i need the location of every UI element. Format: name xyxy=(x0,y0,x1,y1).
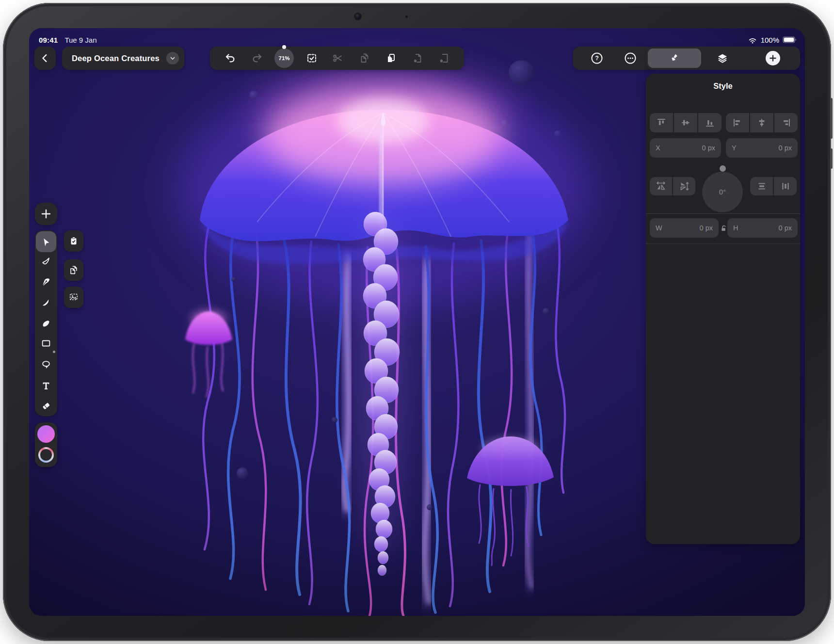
rotation-value: 0° xyxy=(719,188,726,196)
y-label: Y xyxy=(732,144,737,152)
paste-inside-button[interactable] xyxy=(435,49,452,67)
zoom-level-button[interactable]: 71% xyxy=(274,48,294,68)
text-tool[interactable] xyxy=(37,377,55,395)
redo-button[interactable] xyxy=(248,49,266,67)
flip-horizontal-button[interactable] xyxy=(650,177,672,195)
duplicate-button[interactable] xyxy=(64,259,83,281)
brush-tool[interactable] xyxy=(37,315,55,333)
edit-toolbar: 71% xyxy=(210,47,464,70)
battery-percent: 100% xyxy=(761,36,779,44)
more-options-button[interactable] xyxy=(622,49,639,67)
distribute-vertical-button[interactable] xyxy=(750,177,773,195)
height-field[interactable]: H 0 px xyxy=(727,218,798,238)
align-bottom-button[interactable] xyxy=(698,113,722,132)
status-bar: 09:41 Tue 9 Jan 100% xyxy=(29,32,805,48)
h-label: H xyxy=(733,224,738,232)
tab-style[interactable] xyxy=(648,48,701,68)
copy-button[interactable] xyxy=(356,49,373,67)
back-button[interactable] xyxy=(34,47,56,70)
pen-tool[interactable] xyxy=(37,274,55,291)
selection-tool[interactable] xyxy=(37,234,55,251)
fill-color-swatch[interactable] xyxy=(37,425,55,443)
image-select-button[interactable] xyxy=(64,287,83,308)
paste-style-button[interactable] xyxy=(409,49,426,67)
shape-tool-options-dot xyxy=(53,351,55,353)
add-object-button[interactable] xyxy=(35,203,57,225)
volume-button-2 xyxy=(830,148,833,169)
zoom-dot xyxy=(282,45,286,49)
style-panel-title: Style xyxy=(646,81,800,91)
w-value: 0 px xyxy=(700,224,713,232)
status-time: 09:41 xyxy=(39,36,58,44)
paste-button[interactable] xyxy=(382,49,400,67)
tool-rail xyxy=(35,230,57,416)
chevron-down-icon[interactable] xyxy=(166,52,179,64)
h-value: 0 px xyxy=(779,224,792,232)
distribute-group xyxy=(750,177,797,195)
help-more-pill: ? xyxy=(573,47,654,70)
document-title-pill[interactable]: Deep Ocean Creatures xyxy=(62,47,184,70)
battery-icon xyxy=(783,36,797,44)
paste-check-button[interactable] xyxy=(64,230,83,252)
screenshot: 09:41 Tue 9 Jan 100% xyxy=(0,0,834,644)
size-lock-icon[interactable] xyxy=(720,224,727,232)
width-field[interactable]: W 0 px xyxy=(650,218,719,238)
volume-button xyxy=(830,98,833,139)
x-value: 0 px xyxy=(702,144,715,152)
mic-dot xyxy=(405,16,408,18)
help-button[interactable]: ? xyxy=(588,49,606,67)
status-date: Tue 9 Jan xyxy=(64,36,96,44)
align-middle-button[interactable] xyxy=(674,113,697,132)
zoom-level: 71% xyxy=(278,55,289,61)
screen: 09:41 Tue 9 Jan 100% xyxy=(29,28,805,616)
align-top-button[interactable] xyxy=(650,113,673,132)
w-label: W xyxy=(656,224,662,232)
y-position-field[interactable]: Y 0 px xyxy=(726,138,798,158)
distribute-horizontal-button[interactable] xyxy=(774,177,797,195)
front-camera xyxy=(355,14,361,19)
flip-vertical-button[interactable] xyxy=(673,177,695,195)
shaper-tool[interactable] xyxy=(37,293,55,311)
panel-divider xyxy=(646,213,800,214)
document-title: Deep Ocean Creatures xyxy=(72,54,160,63)
node-tool[interactable] xyxy=(37,253,55,271)
inspector-tab-bar xyxy=(646,47,800,70)
align-center-button[interactable] xyxy=(750,113,773,132)
x-label: X xyxy=(656,144,660,152)
flip-group xyxy=(650,177,695,195)
y-value: 0 px xyxy=(779,144,792,152)
color-well-group xyxy=(35,422,57,467)
cut-button[interactable] xyxy=(329,49,347,67)
panel-divider-2 xyxy=(646,243,800,244)
svg-text:?: ? xyxy=(595,55,599,62)
align-left-button[interactable] xyxy=(726,113,749,132)
align-right-button[interactable] xyxy=(774,113,798,132)
style-brush-icon xyxy=(669,53,680,64)
shape-tool[interactable] xyxy=(37,335,55,352)
horizontal-align-group xyxy=(726,113,798,132)
ipad-frame: 09:41 Tue 9 Jan 100% xyxy=(3,3,831,641)
style-panel: Style xyxy=(646,74,800,544)
select-mode-button[interactable] xyxy=(303,49,321,67)
wifi-icon xyxy=(748,35,757,45)
stroke-color-ring[interactable] xyxy=(38,447,54,463)
tab-layers[interactable] xyxy=(710,47,735,70)
vertical-align-group xyxy=(650,113,722,132)
undo-button[interactable] xyxy=(222,49,239,67)
rotation-dial[interactable]: 0° xyxy=(702,172,743,212)
lasso-tool[interactable] xyxy=(37,356,55,373)
eraser-tool[interactable] xyxy=(37,397,55,415)
x-position-field[interactable]: X 0 px xyxy=(650,138,721,158)
add-button[interactable] xyxy=(766,51,780,65)
rotation-dial-indicator xyxy=(720,165,726,172)
